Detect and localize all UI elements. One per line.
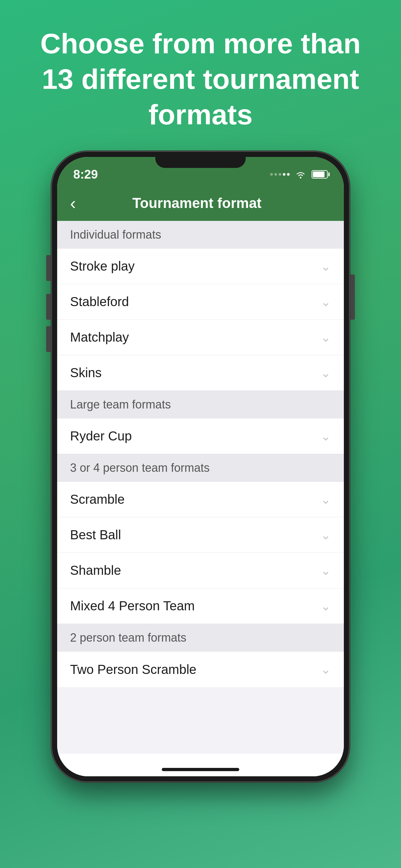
signal-dot-3 [279, 173, 281, 176]
list-item-stroke-play[interactable]: Stroke play ⌄ [57, 249, 344, 284]
section-header-individual: Individual formats [57, 221, 344, 249]
signal-dots [270, 173, 289, 176]
list-item-two-person-scramble[interactable]: Two Person Scramble ⌄ [57, 652, 344, 687]
chevron-icon-mixed-4-person-team: ⌄ [320, 599, 331, 613]
section-header-large-team: Large team formats [57, 391, 344, 418]
home-indicator [57, 754, 344, 776]
list-item-scramble[interactable]: Scramble ⌄ [57, 482, 344, 517]
item-label-scramble: Scramble [70, 492, 125, 507]
status-icons [270, 170, 328, 179]
chevron-icon-skins: ⌄ [320, 366, 331, 380]
item-label-matchplay: Matchplay [70, 330, 129, 345]
item-label-two-person-scramble: Two Person Scramble [70, 662, 196, 677]
phone-frame: 8:29 [52, 152, 349, 781]
list-item-mixed-4-person-team[interactable]: Mixed 4 Person Team ⌄ [57, 588, 344, 624]
phone-wrapper: 8:29 [0, 152, 401, 868]
back-button[interactable]: ‹ [70, 190, 82, 216]
notch [155, 152, 246, 168]
chevron-icon-scramble: ⌄ [320, 492, 331, 507]
battery-icon [312, 170, 328, 179]
chevron-icon-shamble: ⌄ [320, 563, 331, 578]
battery-fill [313, 172, 325, 177]
signal-dot-5 [287, 173, 289, 176]
item-label-mixed-4-person-team: Mixed 4 Person Team [70, 599, 195, 613]
signal-dot-2 [274, 173, 277, 176]
chevron-icon-stableford: ⌄ [320, 295, 331, 309]
list-item-stableford[interactable]: Stableford ⌄ [57, 284, 344, 320]
list-item-matchplay[interactable]: Matchplay ⌄ [57, 320, 344, 355]
phone-screen: 8:29 [57, 157, 344, 776]
section-header-three-four: 3 or 4 person team formats [57, 454, 344, 482]
status-time: 8:29 [73, 167, 98, 182]
home-bar [162, 768, 239, 771]
list-container: Individual formats Stroke play ⌄ Stablef… [57, 221, 344, 754]
item-label-stableford: Stableford [70, 294, 129, 309]
item-label-stroke-play: Stroke play [70, 259, 135, 274]
item-label-best-ball: Best Ball [70, 528, 121, 542]
svg-point-0 [300, 177, 302, 179]
chevron-icon-ryder-cup: ⌄ [320, 429, 331, 443]
list-item-shamble[interactable]: Shamble ⌄ [57, 553, 344, 588]
chevron-icon-matchplay: ⌄ [320, 330, 331, 345]
list-item-best-ball[interactable]: Best Ball ⌄ [57, 517, 344, 553]
section-header-two-person: 2 person team formats [57, 624, 344, 652]
item-label-skins: Skins [70, 366, 102, 380]
signal-dot-4 [283, 173, 285, 176]
wifi-icon [295, 170, 306, 179]
chevron-icon-best-ball: ⌄ [320, 528, 331, 542]
list-item-ryder-cup[interactable]: Ryder Cup ⌄ [57, 418, 344, 454]
signal-dot-1 [270, 173, 273, 176]
item-label-shamble: Shamble [70, 563, 121, 578]
list-item-skins[interactable]: Skins ⌄ [57, 355, 344, 391]
chevron-icon-two-person-scramble: ⌄ [320, 662, 331, 677]
chevron-icon-stroke-play: ⌄ [320, 259, 331, 274]
item-label-ryder-cup: Ryder Cup [70, 429, 132, 443]
nav-title: Tournament format [82, 195, 312, 211]
nav-bar: ‹ Tournament format [57, 185, 344, 221]
header-text: Choose from more than 13 different tourn… [0, 0, 401, 152]
